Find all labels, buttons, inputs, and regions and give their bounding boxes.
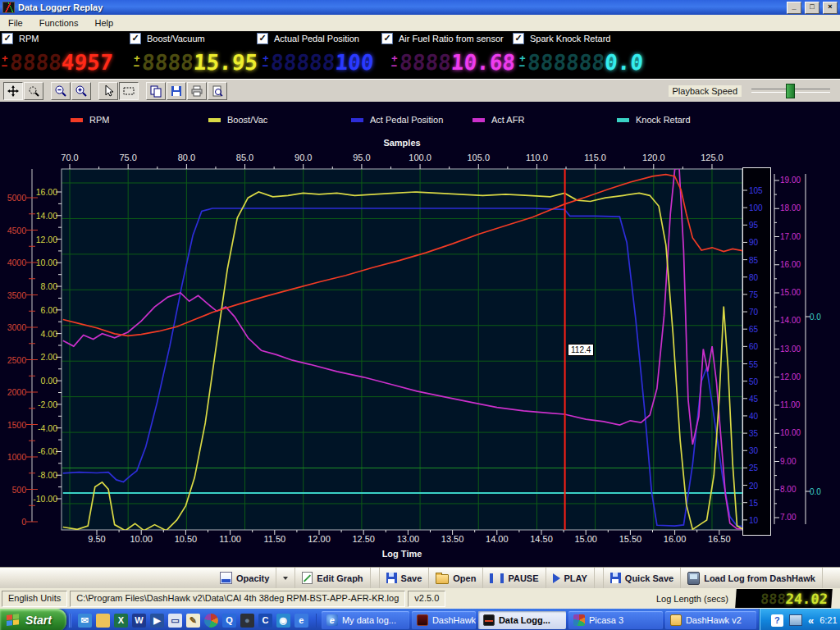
samples-axis-tick: 110.0 [526, 153, 548, 162]
quicktime-icon[interactable]: Q [222, 614, 236, 628]
pointer-icon [102, 84, 115, 98]
open-button[interactable]: Open [429, 568, 483, 588]
pedal-axis-tick: 45 [749, 395, 758, 404]
excel-icon[interactable]: X [114, 614, 128, 628]
windows-logo-icon [7, 614, 21, 628]
checkbox-rpm[interactable]: ✓ [2, 33, 13, 44]
channel-checkbox-pedal[interactable]: ✓Actual Pedal Position [257, 33, 359, 44]
pedal-axis-tick: 40 [749, 412, 758, 421]
menu-functions[interactable]: Functions [31, 16, 87, 30]
version-label: v2.5.0 [408, 591, 445, 607]
rpm-legend-label: RPM [89, 115, 109, 125]
mail-icon[interactable]: ✉ [78, 614, 92, 628]
task-button-data-logg-[interactable]: Data Logg... [478, 611, 566, 629]
pan-button[interactable] [3, 82, 23, 100]
afr-legend-label: Act AFR [491, 115, 524, 125]
pedal-axis-tick: 35 [749, 429, 758, 438]
logtime-axis-tick: 10.00 [130, 534, 153, 544]
quick-launch-bar: ✉XW▶▭✎Q●C◉e [70, 614, 317, 628]
zoom-out-button[interactable] [51, 82, 71, 100]
maximize-button[interactable]: □ [805, 2, 819, 14]
save-button[interactable]: Save [380, 568, 430, 588]
boost-axis-tick: -6.00 [21, 446, 57, 456]
task-button-dashhawk-[interactable]: DashHawk ... [412, 611, 476, 629]
pause-button[interactable]: PAUSE [483, 568, 546, 588]
samples-axis-tick: 85.0 [236, 153, 253, 162]
samples-axis-tick: 115.0 [584, 153, 606, 162]
rpm-axis-tick: 3500 [2, 290, 26, 300]
copy-button[interactable] [146, 82, 166, 100]
media-player-icon[interactable]: ▶ [150, 614, 164, 628]
rpm-led-dim-digits: 8888 [9, 50, 62, 75]
legend-boost: Boost/Vac [208, 115, 267, 125]
copernic-icon[interactable]: C [258, 614, 272, 628]
task-button-picasa-3[interactable]: Picasa 3 [568, 611, 663, 629]
notes-icon[interactable]: ✎ [186, 614, 200, 628]
menu-file[interactable]: File [0, 16, 31, 30]
word-icon[interactable]: W [132, 614, 146, 628]
knock-legend-label: Knock Retard [636, 115, 691, 125]
folder-icon[interactable] [96, 614, 110, 628]
opacity-button[interactable]: Opacity [213, 568, 276, 588]
knock-led-sign-indicator: +− [518, 55, 525, 70]
samples-axis-title: Samples [383, 138, 420, 148]
pointer-button[interactable] [98, 82, 118, 100]
playback-speed-slider[interactable] [751, 89, 830, 93]
log-file-path: C:\Program Files\DashHawk v2\Data\CAI 4t… [70, 591, 405, 607]
rpm-axis-tick: 2000 [2, 387, 26, 397]
load-log-button-label: Load Log from DashHawk [704, 573, 815, 583]
help-tray-icon[interactable]: ? [771, 614, 783, 627]
playback-speed-thumb[interactable] [786, 84, 795, 98]
opacity-dropdown[interactable] [276, 568, 295, 588]
minimize-button[interactable]: _ [787, 2, 801, 14]
channel-checkbox-knock[interactable]: ✓Spark Knock Retard [513, 33, 610, 44]
channel-checkbox-afr[interactable]: ✓Air Fuel Ratio from sensor [381, 33, 504, 44]
menu-help[interactable]: Help [86, 16, 121, 30]
close-button[interactable]: × [823, 2, 838, 14]
edit-graph-button[interactable]: Edit Graph [295, 568, 370, 588]
print-button[interactable] [187, 82, 207, 100]
zoom-orbit-button[interactable] [24, 82, 43, 100]
checkbox-afr[interactable]: ✓ [381, 33, 393, 44]
pedal-axis-tick: 50 [749, 377, 758, 386]
log-length-dim-digits: 888 [760, 591, 786, 607]
task-button-my-data-log-[interactable]: eMy data log... [322, 611, 409, 629]
rpm-axis-tick: 500 [2, 485, 26, 495]
checkbox-knock[interactable]: ✓ [513, 33, 524, 44]
show-desktop-icon[interactable]: ▭ [168, 614, 182, 628]
pedal-legend-label: Act Pedal Position [370, 115, 443, 125]
media-center-icon[interactable]: ◉ [276, 614, 290, 628]
device-tray-icon[interactable] [789, 614, 802, 626]
device-icon [687, 572, 700, 585]
checkbox-boost[interactable]: ✓ [130, 33, 141, 44]
tray-expand-chevron[interactable]: « [808, 614, 814, 627]
task-button-dashhawk-v2[interactable]: DashHawk v2 [665, 611, 756, 629]
quick-save-button[interactable]: Quick Save [604, 568, 681, 588]
zoom-in-button[interactable] [71, 82, 91, 100]
print-preview-button[interactable] [208, 82, 227, 100]
globe-icon[interactable]: ● [240, 614, 254, 628]
print-preview-icon [211, 84, 224, 98]
channel-checkbox-boost[interactable]: ✓Boost/Vacuum [130, 33, 205, 44]
picasa-icon[interactable] [204, 614, 218, 628]
open-button-label: Open [453, 573, 476, 583]
play-button[interactable]: PLAY [546, 568, 595, 588]
start-button[interactable]: Start [0, 609, 66, 630]
checkbox-pedal[interactable]: ✓ [257, 33, 268, 44]
ie-icon[interactable]: e [294, 614, 308, 628]
zoom-out-icon [54, 84, 67, 98]
pedal-axis-tick: 85 [749, 256, 758, 265]
channel-checkbox-rpm[interactable]: ✓RPM [2, 33, 39, 44]
boost-legend-swatch [208, 118, 221, 122]
plot[interactable] [0, 102, 840, 567]
afr-axis-tick: 16.00 [780, 260, 801, 269]
pedal-led-sign-indicator: +− [262, 55, 268, 70]
load-log-button[interactable]: Load Log from DashHawk [681, 568, 823, 588]
samples-axis-tick: 125.0 [701, 153, 724, 162]
status-bar: English Units C:\Program Files\DashHawk … [0, 588, 840, 609]
pause-button-label: PAUSE [508, 573, 538, 583]
knock-led-value: 0.0 [604, 50, 644, 75]
save-button[interactable] [167, 82, 186, 100]
boost-led-sign-indicator: +− [133, 55, 139, 70]
marquee-button[interactable] [119, 82, 139, 100]
